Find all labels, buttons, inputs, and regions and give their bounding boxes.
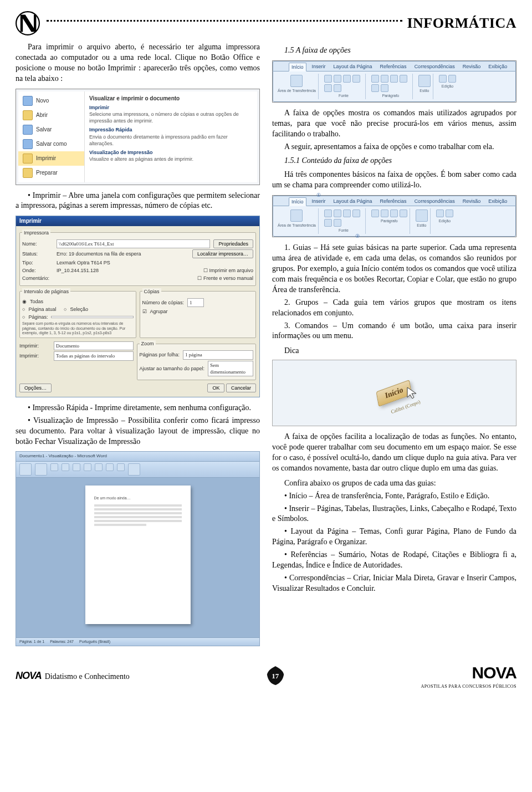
- preview-close-icon[interactable]: [128, 463, 140, 476]
- chk-duplex[interactable]: ☐ Frente e verso manual: [197, 275, 253, 282]
- copies-input[interactable]: 1: [187, 298, 204, 307]
- header-dots: [47, 20, 402, 22]
- preview-onepage-icon[interactable]: [95, 463, 103, 471]
- tab-correspondencias-2[interactable]: Correspondências: [412, 197, 457, 206]
- replace-icon[interactable]: [448, 75, 456, 83]
- tab-inicio[interactable]: Início: [289, 63, 306, 71]
- submenu-preview[interactable]: Visualização de ImpressãoVisualize e alt…: [89, 149, 253, 162]
- tab-inserir-2[interactable]: Inserir: [310, 197, 328, 206]
- preview-twopages-icon[interactable]: [106, 463, 114, 471]
- font-icon-2e[interactable]: [324, 219, 332, 227]
- menu-item-abrir[interactable]: Abrir: [18, 108, 84, 122]
- preview-pagewidth-icon[interactable]: [117, 463, 125, 471]
- menu-item-salvar-como[interactable]: Salvar como: [18, 137, 84, 151]
- font-color-icon[interactable]: [352, 75, 360, 83]
- preview-page-area: De um modo ainda…: [16, 478, 259, 637]
- group-font-2: Fonte: [339, 228, 349, 233]
- chk-tofile[interactable]: ☐ Imprimir em arquivo: [203, 267, 253, 274]
- indent-icon[interactable]: [381, 84, 388, 92]
- preview-zoom-icon[interactable]: [84, 463, 91, 471]
- align-right-icon[interactable]: [390, 75, 398, 83]
- paste-icon[interactable]: [290, 75, 303, 87]
- font-underline-icon[interactable]: [343, 75, 351, 83]
- preview-size-icon[interactable]: [73, 463, 80, 471]
- para-icon-2a[interactable]: [371, 210, 379, 217]
- font-icon-2b[interactable]: [334, 210, 341, 217]
- preview-print-icon[interactable]: [19, 463, 32, 476]
- font-bold-icon[interactable]: [324, 75, 332, 83]
- printsel-select[interactable]: Todas as páginas do intervalo: [54, 351, 134, 360]
- edit-icon-2b[interactable]: [446, 210, 453, 217]
- styles-icon[interactable]: [418, 75, 431, 87]
- group-zoom: Zoom: [140, 340, 156, 347]
- tab-referencias[interactable]: Referências: [378, 63, 409, 71]
- cancel-button[interactable]: Cancelar: [226, 384, 256, 392]
- pages-input[interactable]: [51, 316, 133, 318]
- tab-layout[interactable]: Layout da Página: [331, 63, 375, 71]
- menu-label: Imprimir: [36, 155, 56, 162]
- font-size-icon[interactable]: [334, 84, 341, 92]
- tab-inserir[interactable]: Inserir: [310, 63, 328, 71]
- val-where: IP_10.244.151.128: [57, 267, 200, 274]
- ok-button[interactable]: OK: [207, 384, 224, 392]
- collate-check[interactable]: ☑ Agrupar: [142, 308, 254, 315]
- options-button[interactable]: Opções…: [19, 384, 52, 392]
- paste-icon-2[interactable]: [290, 210, 303, 222]
- section-1-5-1: 1.5.1 Conteúdo da faixa de opções: [272, 156, 516, 166]
- preview-options-icon[interactable]: [35, 463, 47, 476]
- group-printer: Impressora: [22, 229, 50, 236]
- menu-item-novo[interactable]: Novo: [18, 94, 84, 108]
- font-icon-2a[interactable]: [324, 210, 332, 217]
- p-comandos: 3. Comandos – Um comando é um botão, uma…: [272, 321, 516, 342]
- align-center-icon[interactable]: [381, 75, 388, 83]
- find-printer-button[interactable]: Localizar impressora…: [192, 249, 253, 258]
- submenu-print[interactable]: ImprimirSelecione uma impressora, o núme…: [89, 104, 253, 124]
- para-icon-2d[interactable]: [400, 210, 407, 217]
- tab-inicio-2[interactable]: Início: [289, 197, 306, 206]
- edit-icon-2a[interactable]: [436, 210, 444, 217]
- font-italic-icon[interactable]: [334, 75, 341, 83]
- find-icon[interactable]: [439, 75, 447, 83]
- saveas-icon: [23, 139, 33, 149]
- new-icon: [23, 96, 33, 106]
- ppsheet-select[interactable]: 1 página: [183, 350, 253, 359]
- styles-icon-2[interactable]: [416, 210, 428, 222]
- menu-item-imprimir[interactable]: Imprimir: [18, 151, 84, 166]
- font-icon-2c[interactable]: [343, 210, 351, 217]
- tab-exibicao-2[interactable]: Exibição: [486, 197, 509, 206]
- preview-orientation-icon[interactable]: [62, 463, 69, 471]
- submenu-quickprint[interactable]: Impressão RápidaEnvia o documento direta…: [89, 126, 253, 146]
- font-icon-2d[interactable]: [352, 210, 360, 217]
- preview-margins-icon[interactable]: [50, 463, 58, 471]
- radio-selection[interactable]: Seleção: [70, 306, 88, 313]
- bullets-icon[interactable]: [400, 75, 407, 83]
- printer-name-field[interactable]: \\d6200a016\Lex T614_Ext: [57, 239, 210, 248]
- tab-revisao-2[interactable]: Revisão: [461, 197, 483, 206]
- tab-correspondencias[interactable]: Correspondências: [412, 63, 457, 71]
- tab-exibicao[interactable]: Exibição: [486, 63, 509, 71]
- group-styles: Estilo: [420, 88, 429, 93]
- radio-all[interactable]: ◉ Todas: [22, 298, 134, 305]
- printwhat-select[interactable]: Documento: [54, 341, 134, 350]
- font-highlight-icon[interactable]: [324, 84, 332, 92]
- radio-current[interactable]: ○ Página atual ○ Seleção: [22, 306, 134, 313]
- para-icon-2c[interactable]: [390, 210, 398, 217]
- tab-layout-2[interactable]: Layout da Página: [331, 197, 375, 206]
- radio-pages[interactable]: ○ Páginas:: [22, 314, 134, 320]
- scale-select[interactable]: Sem dimensionamento: [208, 361, 253, 376]
- callout-2: ② 2: [355, 233, 360, 239]
- font-icon-2f[interactable]: [334, 219, 341, 227]
- align-left-icon[interactable]: [371, 75, 379, 83]
- properties-button[interactable]: Propriedades: [213, 239, 253, 248]
- menu-item-preparar[interactable]: Preparar: [18, 166, 84, 180]
- para-icon-2b[interactable]: [381, 210, 388, 217]
- preview-title: Documento1 - Visualização - Microsoft Wo…: [19, 453, 107, 459]
- prepare-icon: [23, 168, 33, 178]
- open-icon: [23, 110, 33, 120]
- tab-revisao[interactable]: Revisão: [461, 63, 483, 71]
- menu-item-salvar[interactable]: Salvar: [18, 122, 84, 137]
- numbering-icon[interactable]: [371, 84, 379, 92]
- b-correspondencias: • Correspondências – Criar, Iniciar Mala…: [272, 573, 516, 594]
- footer-nova-left: NOVA: [16, 669, 42, 682]
- tab-referencias-2[interactable]: Referências: [378, 197, 409, 206]
